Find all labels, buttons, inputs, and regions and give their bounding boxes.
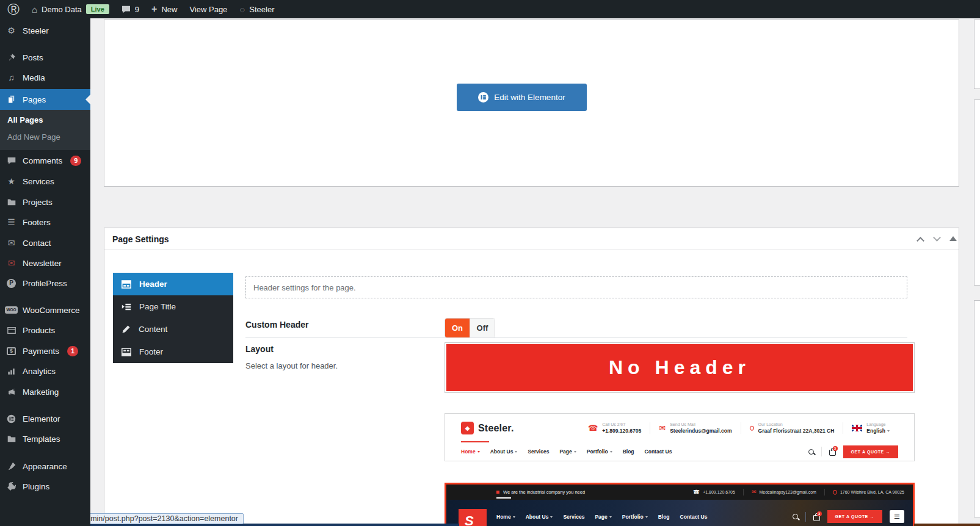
adminbar-view-page[interactable]: View Page	[189, 5, 227, 14]
chevron-down-icon	[609, 516, 612, 519]
sidebar-item-templates[interactable]: Templates	[0, 431, 90, 446]
page-title-icon	[122, 303, 131, 311]
sidebar-label: Projects	[23, 198, 53, 207]
side-panel-edge	[974, 300, 980, 517]
nav-blog: Blog	[623, 449, 634, 455]
sidebar-item-services[interactable]: ★Services	[0, 174, 90, 189]
language-selector: Language English	[843, 422, 898, 434]
get-a-quote-button: GET A QUOTE →	[843, 445, 898, 458]
layout-option-dark-header[interactable]: We are the industrial company you need ☎…	[445, 483, 915, 526]
sidebar-item-appearance[interactable]: Appearance	[0, 459, 90, 474]
new-label: New	[161, 5, 177, 14]
chevron-down-icon	[515, 451, 517, 454]
comments-badge: 9	[70, 156, 81, 166]
sidebar-item-woocommerce[interactable]: WOOWooCommerce	[0, 303, 90, 317]
preview-tagline: We are the industrial company you need	[496, 489, 585, 495]
sidebar-subitem-all-pages[interactable]: All Pages	[0, 113, 90, 126]
sidebar-item-plugins[interactable]: Plugins	[0, 479, 90, 494]
sidebar-label: Newsletter	[23, 259, 62, 268]
move-up-icon[interactable]	[916, 237, 924, 245]
nav-home: Home	[461, 449, 480, 455]
sidebar-item-projects[interactable]: Projects	[0, 195, 90, 209]
site-name-menu[interactable]: ⌂ Demo Data Live	[32, 4, 109, 14]
sidebar-label: Elementor	[23, 414, 60, 423]
adminbar-site-shortcut[interactable]: ◌ Steeler	[239, 5, 274, 14]
mail-icon: ✉	[752, 489, 757, 495]
section-divider	[245, 337, 907, 338]
tab-footer[interactable]: Footer	[113, 340, 233, 363]
toggle-on-button[interactable]: On	[445, 319, 470, 337]
layout-option-light-header[interactable]: ◆ Steeler. ☎ Call Us 24/7 +1.809.120.670…	[445, 413, 915, 461]
toggle-off-button[interactable]: Off	[470, 319, 495, 337]
tab-page-title[interactable]: Page Title	[113, 295, 233, 318]
submenu-label: Add New Page	[7, 132, 60, 142]
nav-blog: Blog	[658, 514, 670, 520]
topbar-phone: ☎+1.809.120.6705	[693, 489, 735, 495]
sidebar-item-footers[interactable]: ☰Footers	[0, 215, 90, 229]
adminbar-new[interactable]: + New	[151, 4, 177, 15]
brush-icon	[5, 462, 17, 470]
star-icon: ★	[5, 177, 17, 186]
admin-sidebar: ⚙Steeler Posts ♫Media Pages All Pages Ad…	[0, 18, 90, 526]
tab-header[interactable]: Header	[113, 273, 233, 295]
sidebar-item-profilepress[interactable]: PProfilePress	[0, 276, 90, 290]
sidebar-item-analytics[interactable]: Analytics	[0, 364, 90, 378]
move-down-icon[interactable]	[933, 234, 941, 242]
wordpress-logo-icon[interactable]: Ⓡ	[7, 1, 20, 18]
sidebar-item-newsletter[interactable]: ✉Newsletter	[0, 256, 90, 270]
sidebar-item-contact[interactable]: ✉Contact	[0, 236, 90, 250]
collapse-toggle-icon[interactable]	[949, 236, 957, 241]
nav-services: Services	[563, 514, 584, 520]
uk-flag-icon	[852, 425, 862, 431]
divider	[805, 512, 806, 522]
no-header-banner: No Header	[446, 344, 913, 391]
chevron-down-icon	[550, 516, 553, 519]
sidebar-item-elementor[interactable]: Elementor	[0, 411, 90, 426]
layout-option-no-header[interactable]: No Header	[445, 342, 915, 393]
steeler-dark-logo: S	[459, 509, 487, 526]
steeler-logo-icon: ◆	[461, 422, 474, 434]
sidebar-item-comments[interactable]: Comments9	[0, 153, 90, 168]
folder-icon	[5, 198, 17, 206]
sidebar-item-products[interactable]: Products	[0, 323, 90, 337]
page-settings-header[interactable]: Page Settings	[104, 228, 959, 250]
chevron-down-icon	[513, 516, 515, 519]
page-settings-tabs: Header Page Title Content Footer	[113, 273, 233, 363]
info-value: Steelerindus@gmail.com	[670, 428, 731, 434]
tab-label: Content	[139, 325, 167, 334]
chevron-down-icon	[887, 430, 890, 433]
sidebar-subitem-add-new-page[interactable]: Add New Page	[0, 130, 90, 143]
tagline-underline	[496, 497, 511, 499]
nav-services: Services	[528, 449, 549, 455]
info-title: Send Us Mail	[670, 422, 731, 427]
sidebar-label: Plugins	[23, 482, 49, 491]
sidebar-item-posts[interactable]: Posts	[0, 50, 90, 65]
sidebar-item-steeler[interactable]: ⚙Steeler	[0, 23, 90, 38]
sidebar-item-marketing[interactable]: Marketing	[0, 384, 90, 399]
contact-location: Our Location Graaf Florisstraat 22A,3021…	[741, 422, 843, 434]
sidebar-item-pages[interactable]: Pages	[0, 89, 90, 110]
info-title: Our Location	[758, 422, 835, 427]
view-page-label: View Page	[189, 5, 227, 14]
get-a-quote-button: GET A QUOTE →	[827, 510, 882, 523]
submenu-label: All Pages	[7, 115, 43, 124]
chevron-down-icon	[477, 451, 480, 454]
site-favicon-icon: ◌	[239, 5, 245, 14]
nav-about: About Us	[490, 449, 518, 455]
tab-content[interactable]: Content	[113, 318, 233, 340]
envelope-icon: ✉	[5, 239, 17, 247]
sidebar-label: Marketing	[23, 387, 59, 397]
adminbar-comments[interactable]: 9	[122, 5, 139, 14]
sidebar-label: Pages	[23, 95, 46, 104]
sidebar-label: Media	[23, 73, 45, 82]
sidebar-item-media[interactable]: ♫Media	[0, 70, 90, 85]
edit-with-elementor-button[interactable]: Edit with Elementor	[457, 84, 587, 111]
location-icon	[832, 489, 838, 495]
sidebar-label: Posts	[23, 53, 43, 62]
logo-underline	[461, 441, 489, 442]
info-value: English	[866, 428, 885, 434]
profilepress-icon: P	[5, 279, 17, 288]
sidebar-item-payments[interactable]: $Payments1	[0, 344, 90, 358]
gear-icon: ⚙	[5, 26, 17, 35]
footer-layout-icon	[122, 348, 131, 356]
